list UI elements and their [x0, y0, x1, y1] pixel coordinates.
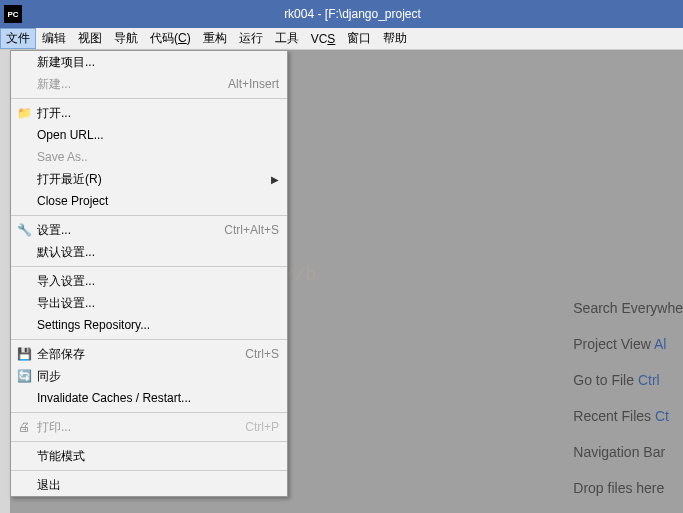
save-icon: 💾: [11, 347, 37, 361]
menu-bar: 文件编辑视图导航代码(C)重构运行工具VCS窗口帮助: [0, 28, 683, 50]
hint-line: Go to File Ctrl: [573, 362, 683, 398]
left-gutter: [0, 50, 10, 513]
menu-item-打开-[interactable]: 📁打开...: [11, 102, 287, 124]
window-title: rk004 - [F:\django_project: [22, 7, 683, 21]
sync-icon: 🔄: [11, 369, 37, 383]
menu-separator: [11, 441, 287, 442]
menu-shortcut: Ctrl+P: [245, 420, 279, 434]
hint-line: Search Everywhe: [573, 290, 683, 326]
menu-窗口[interactable]: 窗口: [341, 28, 377, 49]
menu-separator: [11, 470, 287, 471]
menu-编辑[interactable]: 编辑: [36, 28, 72, 49]
hint-line: Navigation Bar: [573, 434, 683, 470]
folder-icon: 📁: [11, 106, 37, 120]
menu-item-label: Settings Repository...: [37, 318, 287, 332]
menu-item-save-as-: Save As..: [11, 146, 287, 168]
menu-导航[interactable]: 导航: [108, 28, 144, 49]
menu-item-label: 打开最近(R): [37, 171, 271, 188]
menu-item-label: 打开...: [37, 105, 287, 122]
welcome-hints: Search EverywheProject View AlGo to File…: [573, 290, 683, 506]
menu-separator: [11, 98, 287, 99]
file-menu-dropdown: 新建项目...新建...Alt+Insert📁打开...Open URL...S…: [10, 50, 288, 497]
menu-separator: [11, 215, 287, 216]
title-bar: PC rk004 - [F:\django_project: [0, 0, 683, 28]
menu-item-设置-[interactable]: 🔧设置...Ctrl+Alt+S: [11, 219, 287, 241]
menu-item-label: Close Project: [37, 194, 287, 208]
hint-line: Drop files here: [573, 470, 683, 506]
menu-item-settings-repository-[interactable]: Settings Repository...: [11, 314, 287, 336]
menu-item-open-url-[interactable]: Open URL...: [11, 124, 287, 146]
menu-item-节能模式[interactable]: 节能模式: [11, 445, 287, 467]
hint-line: Recent Files Ct: [573, 398, 683, 434]
menu-文件[interactable]: 文件: [0, 28, 36, 49]
menu-item-新建项目-[interactable]: 新建项目...: [11, 51, 287, 73]
menu-item-导出设置-[interactable]: 导出设置...: [11, 292, 287, 314]
menu-视图[interactable]: 视图: [72, 28, 108, 49]
menu-item-label: Save As..: [37, 150, 287, 164]
app-icon: PC: [4, 5, 22, 23]
wrench-icon: 🔧: [11, 223, 37, 237]
menu-item-打开最近(r)[interactable]: 打开最近(R)▶: [11, 168, 287, 190]
menu-item-label: 设置...: [37, 222, 224, 239]
menu-item-label: Open URL...: [37, 128, 287, 142]
menu-item-label: 导入设置...: [37, 273, 287, 290]
menu-item-label: 默认设置...: [37, 244, 287, 261]
menu-separator: [11, 266, 287, 267]
menu-item-打印-: 🖨打印...Ctrl+P: [11, 416, 287, 438]
menu-VCS[interactable]: VCS: [305, 30, 342, 48]
menu-shortcut: Ctrl+S: [245, 347, 279, 361]
menu-帮助[interactable]: 帮助: [377, 28, 413, 49]
menu-item-label: 打印...: [37, 419, 245, 436]
menu-shortcut: Alt+Insert: [228, 77, 279, 91]
hint-line: Project View Al: [573, 326, 683, 362]
menu-item-全部保存[interactable]: 💾全部保存Ctrl+S: [11, 343, 287, 365]
menu-separator: [11, 339, 287, 340]
menu-item-label: 同步: [37, 368, 287, 385]
menu-工具[interactable]: 工具: [269, 28, 305, 49]
menu-item-label: 节能模式: [37, 448, 287, 465]
menu-separator: [11, 412, 287, 413]
menu-shortcut: Ctrl+Alt+S: [224, 223, 279, 237]
menu-item-label: 导出设置...: [37, 295, 287, 312]
menu-item-同步[interactable]: 🔄同步: [11, 365, 287, 387]
print-icon: 🖨: [11, 420, 37, 434]
menu-item-退出[interactable]: 退出: [11, 474, 287, 496]
menu-item-label: 新建...: [37, 76, 228, 93]
menu-item-label: Invalidate Caches / Restart...: [37, 391, 287, 405]
menu-item-close-project[interactable]: Close Project: [11, 190, 287, 212]
menu-item-invalidate-caches-restart-[interactable]: Invalidate Caches / Restart...: [11, 387, 287, 409]
menu-item-label: 新建项目...: [37, 54, 287, 71]
menu-重构[interactable]: 重构: [197, 28, 233, 49]
menu-代码(C)[interactable]: 代码(C): [144, 28, 197, 49]
menu-item-默认设置-[interactable]: 默认设置...: [11, 241, 287, 263]
submenu-arrow-icon: ▶: [271, 174, 279, 185]
menu-运行[interactable]: 运行: [233, 28, 269, 49]
menu-item-label: 退出: [37, 477, 287, 494]
menu-item-label: 全部保存: [37, 346, 245, 363]
menu-item-新建-: 新建...Alt+Insert: [11, 73, 287, 95]
menu-item-导入设置-[interactable]: 导入设置...: [11, 270, 287, 292]
